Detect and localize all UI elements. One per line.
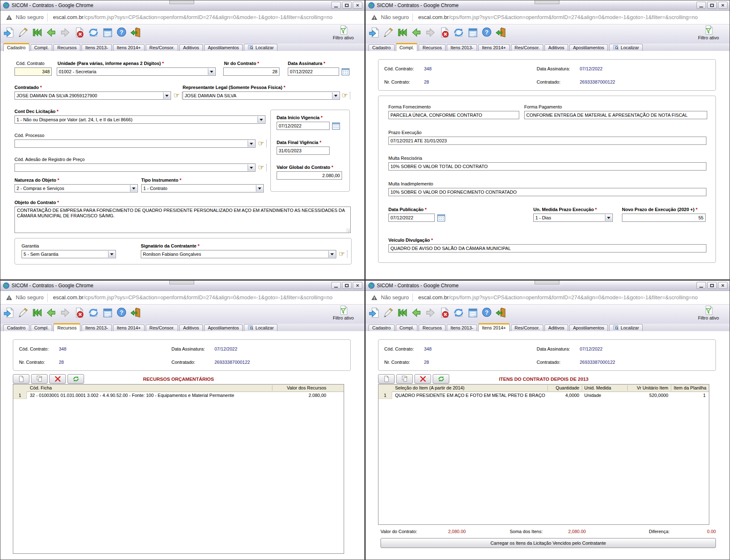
signatario-select[interactable]: Ronilson Fabiano Gonçalves <box>141 250 336 258</box>
new-record-icon[interactable] <box>369 27 380 38</box>
itens-grid[interactable]: Seleção do Item (A partir de 2014) Quant… <box>378 384 709 525</box>
data-final-input[interactable]: 31/01/2023 <box>277 147 330 155</box>
cod-contrato-input[interactable]: 348 <box>14 67 52 76</box>
cancel-record-icon[interactable] <box>74 27 85 38</box>
minimize-button[interactable] <box>331 2 341 9</box>
tab-recursos[interactable]: Recursos <box>419 44 445 51</box>
maximize-button[interactable] <box>342 2 352 9</box>
col-vr-unitario[interactable]: Vr Unitário Item <box>628 385 668 390</box>
refresh-icon[interactable] <box>88 27 99 38</box>
garantia-select[interactable]: 5 - Sem Garantia <box>22 250 116 258</box>
tab-aditivos[interactable]: Aditivos <box>179 44 203 51</box>
new-record-icon[interactable] <box>369 307 380 318</box>
new-record-icon[interactable] <box>3 307 14 318</box>
tab-itens-2014[interactable]: Itens 2014+ <box>113 44 145 51</box>
tab-res-consor[interactable]: Res/Consor. <box>511 324 544 332</box>
minimize-button[interactable] <box>696 282 706 289</box>
form-view-icon[interactable] <box>102 27 113 38</box>
first-record-icon[interactable] <box>397 307 408 318</box>
cell-item-planilha[interactable]: 1 <box>672 393 706 398</box>
url-bar[interactable]: Não seguro escal.com.br/cps/form.jsp?sys… <box>366 11 730 24</box>
first-record-icon[interactable] <box>31 307 43 318</box>
tab-res-consor[interactable]: Res/Consor. <box>146 324 178 332</box>
edit-record-icon[interactable] <box>383 307 394 318</box>
not-secure-label[interactable]: Não seguro <box>381 294 409 300</box>
refresh-icon[interactable] <box>453 307 464 318</box>
tab-recursos[interactable]: Recursos <box>419 324 445 332</box>
close-button[interactable]: × <box>718 282 728 289</box>
calendar-icon[interactable] <box>332 123 340 130</box>
tab-localizar[interactable]: Localizar <box>609 44 643 51</box>
refresh-icon[interactable] <box>88 307 99 318</box>
lookup-hand-icon[interactable]: ☞ <box>258 140 267 147</box>
lookup-hand-icon[interactable]: ☞ <box>258 164 267 171</box>
tab-apostilamentos[interactable]: Apostilamentos <box>569 44 608 51</box>
maximize-button[interactable] <box>342 282 352 289</box>
veiculo-input[interactable]: QUADRO DE AVISO DO SALÃO DA CÂMARA MUNIC… <box>388 244 706 252</box>
edit-record-icon[interactable] <box>383 27 394 38</box>
window-titlebar[interactable]: SICOM - Contratos - Google Chrome × <box>366 281 730 291</box>
data-inicio-input[interactable]: 07/12/2022 <box>277 122 330 130</box>
window-titlebar[interactable]: SICOM - Contratos - Google Chrome × <box>0 281 364 291</box>
multa-rescisoria-input[interactable]: 10% SOBRE O VALOR TOTAL DO CONTRATO <box>388 162 706 171</box>
cell-valor-recursos[interactable]: 2.080,00 <box>270 393 326 398</box>
nr-contrato-input[interactable]: 28 <box>223 67 279 76</box>
col-unid-medida[interactable]: Unid. Medida <box>584 385 626 390</box>
tab-localizar[interactable]: Localizar <box>244 44 277 51</box>
lookup-hand-icon[interactable]: ☞ <box>173 92 182 99</box>
tab-cadastro[interactable]: Cadastro <box>369 44 395 51</box>
exit-icon[interactable] <box>130 307 141 318</box>
help-icon[interactable]: ? <box>481 307 492 318</box>
objeto-textarea[interactable]: CONTRATAÇÃO DE EMPRESA PARA FORNECIMENTO… <box>14 207 351 233</box>
natureza-select[interactable]: 2 - Compras e Serviços <box>14 184 138 192</box>
previous-record-icon[interactable] <box>411 27 422 38</box>
not-secure-label[interactable]: Não seguro <box>381 14 409 20</box>
lookup-hand-icon[interactable]: ☞ <box>339 250 347 258</box>
tab-compl[interactable]: Compl. <box>396 43 418 51</box>
edit-record-icon[interactable] <box>17 27 29 38</box>
new-record-icon[interactable] <box>3 27 14 38</box>
tab-compl[interactable]: Compl. <box>31 44 53 51</box>
forma-fornecimento-input[interactable]: PARCELA ÚNICA, CONFORME CONTRATO <box>388 111 519 119</box>
lookup-hand-icon[interactable]: ☞ <box>342 92 350 99</box>
cod-adesao-select[interactable] <box>14 163 255 172</box>
cell-vr-unitario[interactable]: 520,0000 <box>628 393 668 398</box>
multa-inadimplemento-input[interactable]: 10% SOBRE O VALOR DO FORNECIMENTO CONTRA… <box>388 188 706 196</box>
tab-itens-2014[interactable]: Itens 2014+ <box>478 323 510 332</box>
cell-quantidade[interactable]: 4,0000 <box>548 393 579 398</box>
tab-compl[interactable]: Compl. <box>396 324 418 332</box>
form-view-icon[interactable] <box>467 27 478 38</box>
url-text[interactable]: escal.com.br/cps/form.jsp?sys=CPS&action… <box>53 14 332 20</box>
calendar-icon[interactable] <box>437 214 445 221</box>
tab-aditivos[interactable]: Aditivos <box>544 44 568 51</box>
col-cod-ficha[interactable]: Cód. Ficha <box>30 385 262 390</box>
cell-cod-ficha[interactable]: 32 - 01003001 01.031.0001 3.002 - 4.4.90… <box>30 393 266 398</box>
minimize-button[interactable] <box>331 282 341 289</box>
tab-cadastro[interactable]: Cadastro <box>3 43 29 51</box>
cont-dec-select[interactable]: 1 - Não ou Dispensa por Valor (art. 24, … <box>14 115 265 124</box>
data-publicacao-input[interactable]: 07/12/2022 <box>388 214 435 222</box>
forma-pagamento-input[interactable]: CONFORME ENTREGA DE MATERIAL E APRESENTA… <box>524 111 707 119</box>
cancel-record-icon[interactable] <box>439 307 450 318</box>
first-record-icon[interactable] <box>31 27 43 38</box>
calendar-icon[interactable] <box>342 68 349 75</box>
load-items-button[interactable]: Carregar os Itens da Licitação Vencidos … <box>381 538 716 548</box>
tab-recursos[interactable]: Recursos <box>53 44 80 51</box>
edit-record-icon[interactable] <box>17 307 29 318</box>
tab-aditivos[interactable]: Aditivos <box>544 324 568 332</box>
un-medida-select[interactable]: 1 - Dias <box>533 214 613 222</box>
close-button[interactable]: × <box>353 2 362 9</box>
url-bar[interactable]: Não seguro escal.com.br/cps/form.jsp?sys… <box>0 11 364 24</box>
maximize-button[interactable] <box>707 2 717 9</box>
recursos-grid[interactable]: Cód. Ficha Valor dos Recursos 1 32 - 010… <box>13 384 344 554</box>
form-view-icon[interactable] <box>102 307 113 318</box>
valor-global-input[interactable]: 2.080,00 <box>277 171 342 180</box>
url-text[interactable]: escal.com.br/cps/form.jsp?sys=CPS&action… <box>418 14 698 20</box>
window-titlebar[interactable]: SICOM - Contratos - Google Chrome × <box>0 0 364 11</box>
previous-record-icon[interactable] <box>411 307 422 318</box>
cell-unid-medida[interactable]: Unidade <box>584 393 626 398</box>
help-icon[interactable]: ? <box>116 27 127 38</box>
exit-icon[interactable] <box>495 307 506 318</box>
help-icon[interactable]: ? <box>481 27 492 38</box>
maximize-button[interactable] <box>707 282 717 289</box>
